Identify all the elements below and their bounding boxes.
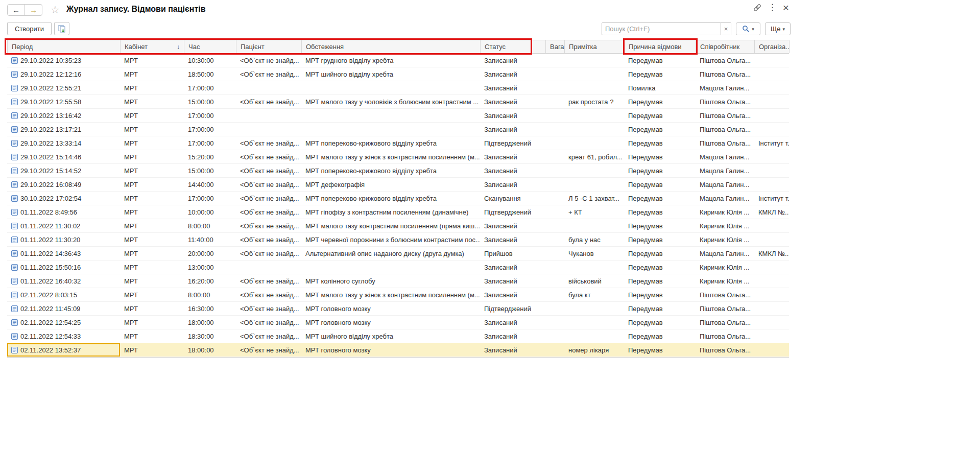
cell-exam[interactable]: МРТ дефекографія — [301, 178, 480, 191]
cell-note[interactable] — [564, 316, 624, 329]
cell-time[interactable]: 8:00:00 — [184, 288, 236, 301]
cell-org[interactable] — [754, 54, 789, 67]
table-row[interactable]: 29.10.2022 16:08:49МРТ14:40:00<Об`єкт не… — [7, 178, 789, 192]
cell-time[interactable]: 15:20:00 — [184, 150, 236, 163]
cell-reason[interactable]: Помилка — [624, 81, 696, 94]
cell-cabinet[interactable]: МРТ — [120, 164, 184, 177]
create-button[interactable]: Створити — [7, 22, 52, 35]
cell-org[interactable] — [754, 260, 789, 274]
cell-patient[interactable]: <Об`єкт не знайд... — [236, 178, 301, 191]
cell-patient[interactable]: <Об`єкт не знайд... — [236, 329, 301, 343]
cell-org[interactable]: КМКЛ №... — [754, 247, 789, 260]
cell-reason[interactable]: Передумав — [624, 329, 696, 343]
cell-org[interactable] — [754, 95, 789, 108]
cell-org[interactable]: КМКЛ №... — [754, 205, 789, 219]
cell-status[interactable]: Записаний — [480, 164, 545, 177]
cell-patient[interactable]: <Об`єкт не знайд... — [236, 247, 301, 260]
cell-employee[interactable]: Піштова Ольга... — [696, 95, 754, 108]
cell-cabinet[interactable]: МРТ — [120, 274, 184, 288]
table-row[interactable]: 01.11.2022 15:50:16МРТ13:00:00ЗаписанийП… — [7, 260, 789, 274]
cell-patient[interactable]: <Об`єкт не знайд... — [236, 136, 301, 150]
cell-time[interactable]: 15:00:00 — [184, 95, 236, 108]
column-header-reason[interactable]: Причина відмови — [625, 40, 696, 53]
cell-cabinet[interactable]: МРТ — [120, 150, 184, 163]
cell-exam[interactable]: МРТ гіпофізу з контрастним посиленням (д… — [301, 205, 480, 219]
column-header-patient[interactable]: Пацієнт — [236, 40, 302, 53]
cell-note[interactable] — [564, 67, 624, 81]
cell-org[interactable]: Інститут т... — [754, 136, 789, 150]
cell-cabinet[interactable]: МРТ — [120, 95, 184, 108]
cell-reason[interactable]: Передумав — [624, 288, 696, 301]
cell-exam[interactable]: МРТ головного мозку — [301, 316, 480, 329]
cell-cabinet[interactable]: МРТ — [120, 109, 184, 122]
cell-org[interactable] — [754, 109, 789, 122]
cell-cabinet[interactable]: МРТ — [120, 123, 184, 136]
cell-status[interactable]: Записаний — [480, 54, 545, 67]
cell-weight[interactable] — [545, 109, 564, 122]
cell-patient[interactable] — [236, 81, 301, 94]
search-button[interactable]: ▾ — [736, 22, 760, 35]
cell-time[interactable]: 18:30:00 — [184, 329, 236, 343]
cell-cabinet[interactable]: МРТ — [120, 67, 184, 81]
cell-period[interactable]: 29.10.2022 13:33:14 — [7, 136, 120, 150]
cell-employee[interactable]: Піштова Ольга... — [696, 54, 754, 67]
cell-time[interactable]: 17:00:00 — [184, 123, 236, 136]
cell-exam[interactable]: МРТ малого тазу у жінок з контрастним по… — [301, 150, 480, 163]
cell-weight[interactable] — [545, 233, 564, 246]
cell-employee[interactable]: Піштова Ольга... — [696, 302, 754, 315]
cell-period[interactable]: 30.10.2022 17:02:54 — [7, 192, 120, 205]
cell-exam[interactable]: МРТ шийного відділу хребта — [301, 67, 480, 81]
more-button[interactable]: Ще ▾ — [765, 22, 791, 35]
cell-status[interactable]: Сканування — [480, 192, 545, 205]
cell-exam[interactable]: МРТ колінного суглобу — [301, 274, 480, 288]
forward-button[interactable]: → — [25, 4, 42, 16]
table-row[interactable]: 01.11.2022 11:30:02МРТ8:00:00<Об`єкт не … — [7, 219, 789, 233]
cell-employee[interactable]: Мацола Галин... — [696, 178, 754, 191]
cell-cabinet[interactable]: МРТ — [120, 260, 184, 274]
cell-status[interactable]: Записаний — [480, 67, 545, 81]
cell-status[interactable]: Записаний — [480, 178, 545, 191]
cell-org[interactable] — [754, 219, 789, 232]
cell-exam[interactable]: МРТ шийного відділу хребта — [301, 329, 480, 343]
table-row[interactable]: 02.11.2022 11:45:09МРТ16:30:00<Об`єкт не… — [7, 302, 789, 316]
cell-cabinet[interactable]: МРТ — [120, 316, 184, 329]
cell-exam[interactable] — [301, 109, 480, 122]
link-icon[interactable] — [753, 3, 762, 12]
cell-exam[interactable]: МРТ малого тазу у жінок з контрастним по… — [301, 288, 480, 301]
cell-note[interactable] — [564, 178, 624, 191]
cell-note[interactable]: військовий — [564, 274, 624, 288]
cell-patient[interactable]: <Об`єкт не знайд... — [236, 95, 301, 108]
table-row[interactable]: 29.10.2022 12:55:58МРТ15:00:00<Об`єкт не… — [7, 95, 789, 109]
cell-cabinet[interactable]: МРТ — [120, 205, 184, 219]
cell-weight[interactable] — [545, 95, 564, 108]
column-header-period[interactable]: Період — [8, 40, 121, 53]
cell-note[interactable]: + КТ — [564, 205, 624, 219]
cell-status[interactable]: Прийшов — [480, 247, 545, 260]
table-row[interactable]: 02.11.2022 13:52:37МРТ18:00:00<Об`єкт не… — [7, 343, 789, 357]
cell-period[interactable]: 02.11.2022 13:52:37 — [7, 343, 120, 357]
cell-exam[interactable]: МРТ попереково-крижового відділу хребта — [301, 164, 480, 177]
cell-time[interactable]: 20:00:00 — [184, 247, 236, 260]
cell-reason[interactable]: Передумав — [624, 205, 696, 219]
cell-patient[interactable] — [236, 123, 301, 136]
table-row[interactable]: 29.10.2022 13:16:42МРТ17:00:00ЗаписанийП… — [7, 109, 789, 123]
cell-status[interactable]: Записаний — [480, 123, 545, 136]
cell-exam[interactable] — [301, 260, 480, 274]
cell-cabinet[interactable]: МРТ — [120, 219, 184, 232]
cell-cabinet[interactable]: МРТ — [120, 343, 184, 357]
cell-exam[interactable] — [301, 81, 480, 94]
table-row[interactable]: 02.11.2022 8:03:15МРТ8:00:00<Об`єкт не з… — [7, 288, 789, 302]
table-row[interactable]: 01.11.2022 14:36:43МРТ20:00:00<Об`єкт не… — [7, 247, 789, 260]
cell-employee[interactable]: Мацола Галин... — [696, 81, 754, 94]
table-row[interactable]: 29.10.2022 15:14:52МРТ15:00:00<Об`єкт не… — [7, 164, 789, 178]
cell-status[interactable]: Записаний — [480, 219, 545, 232]
cell-status[interactable]: Записаний — [480, 109, 545, 122]
cell-time[interactable]: 17:00:00 — [184, 109, 236, 122]
cell-period[interactable]: 29.10.2022 12:55:58 — [7, 95, 120, 108]
cell-patient[interactable]: <Об`єкт не знайд... — [236, 164, 301, 177]
close-icon[interactable]: × — [783, 3, 789, 12]
cell-org[interactable] — [754, 316, 789, 329]
cell-exam[interactable]: МРТ малого тазу у чоловіків з болюсним к… — [301, 95, 480, 108]
cell-cabinet[interactable]: МРТ — [120, 54, 184, 67]
cell-status[interactable]: Записаний — [480, 274, 545, 288]
